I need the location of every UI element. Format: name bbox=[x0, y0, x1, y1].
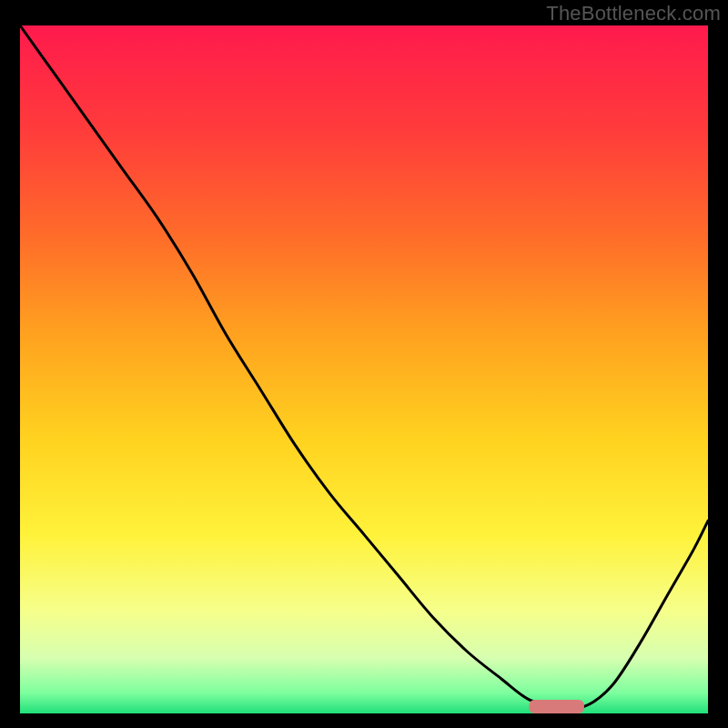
optimal-marker bbox=[529, 700, 584, 713]
watermark-text: TheBottleneck.com bbox=[546, 2, 721, 25]
gradient-background bbox=[20, 25, 708, 713]
chart-frame bbox=[20, 25, 708, 713]
chart-container: TheBottleneck.com bbox=[0, 0, 728, 728]
bottleneck-chart bbox=[20, 25, 708, 713]
